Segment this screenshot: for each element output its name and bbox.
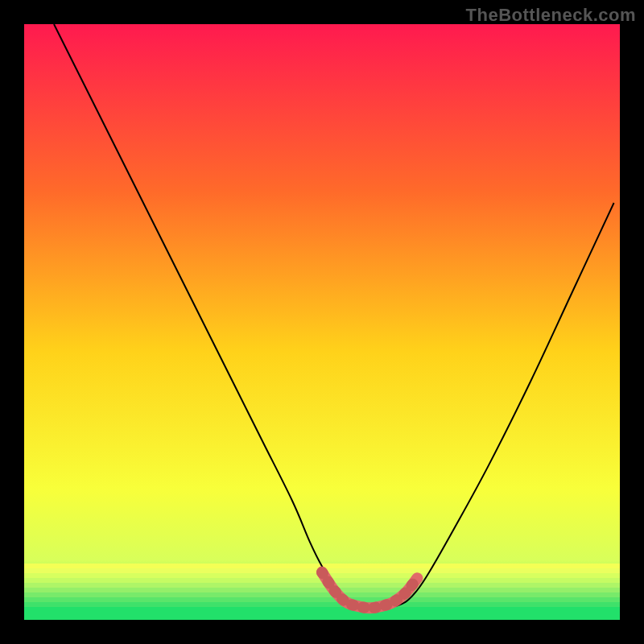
svg-rect-6 bbox=[24, 588, 620, 592]
gradient-panel bbox=[24, 24, 620, 620]
plot-svg bbox=[0, 0, 644, 644]
svg-rect-9 bbox=[24, 602, 620, 607]
chart-stage: TheBottleneck.com bbox=[0, 0, 644, 644]
svg-rect-10 bbox=[24, 607, 620, 620]
watermark-text: TheBottleneck.com bbox=[466, 5, 636, 26]
svg-rect-5 bbox=[24, 583, 620, 588]
svg-rect-8 bbox=[24, 597, 620, 602]
bottleneck-plot bbox=[0, 0, 644, 644]
svg-rect-7 bbox=[24, 592, 620, 597]
